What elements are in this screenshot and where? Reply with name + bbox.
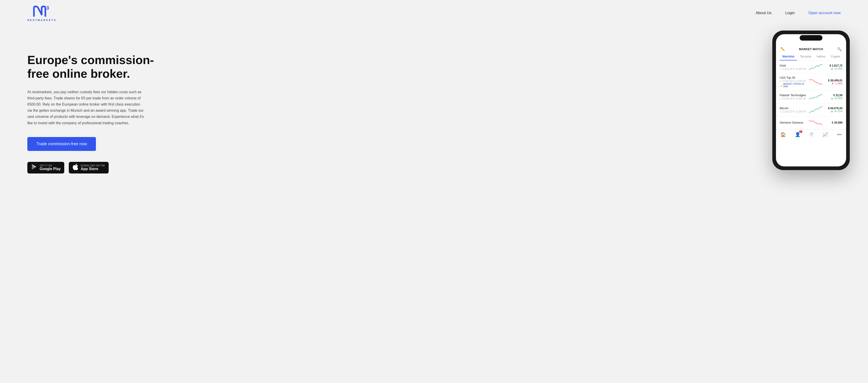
bitcoin-chart: [809, 106, 823, 114]
gold-chart: [809, 63, 823, 71]
usa30-info: USA Top 30 L: 11,531.22 H: 11,687.82 🌙 M…: [780, 76, 807, 88]
palantir-price: € 22,59 ▲ +0.25%: [824, 94, 842, 99]
google-play-icon: [31, 164, 37, 172]
clock-nav-icon[interactable]: ⏱: [809, 132, 814, 137]
hero-headline: Europe's commission-free online broker.: [27, 53, 164, 81]
chart-nav-icon[interactable]: 📈: [823, 132, 828, 137]
login-link[interactable]: Login: [785, 11, 795, 15]
usa30-market-hours: 🌙 MARKET OPENS AT 9AM: [780, 83, 807, 88]
app-tabs: Watchlist Top picks Indices Cryptos: [776, 53, 846, 61]
google-play-badge[interactable]: GET IT ON Google Play: [27, 162, 64, 174]
notification-badge: 3: [799, 130, 802, 133]
palantir-info: Palantir Technolgies L: 11,531.22 H: 11,…: [780, 93, 807, 100]
logo[interactable]: 3 NEXTMARKETS: [27, 5, 57, 22]
app-header: ✏️ MARKET WATCH 🔍: [776, 44, 846, 53]
phone-screen: ✏️ MARKET WATCH 🔍 Watchlist Top picks In…: [776, 34, 846, 167]
apple-icon: [72, 164, 79, 172]
usa30-name: USA Top 30: [780, 76, 807, 79]
market-row-bitcoin[interactable]: Bitcoin L: 11,531.22 H: 11,687.82 $ 66,0…: [776, 103, 846, 116]
hero-description: At nextmarkets, you pay neither custody …: [27, 89, 146, 126]
gold-info: Gold L: 11,531.22 H: 11,687.82: [780, 64, 807, 70]
main-nav: About Us Login Open account now: [756, 11, 841, 15]
logo-text: NEXTMARKETS: [27, 19, 57, 22]
home-nav-icon[interactable]: 🏠: [780, 132, 786, 137]
app-title: MARKET WATCH: [785, 48, 837, 51]
palantir-name: Palantir Technolgies: [780, 93, 807, 97]
tab-top-picks[interactable]: Top picks: [797, 53, 814, 60]
app-store-big: App Store: [81, 167, 105, 171]
google-play-text: GET IT ON Google Play: [40, 165, 61, 171]
app-store-badge[interactable]: Download on the App Store: [69, 162, 109, 174]
bitcoin-price: $ 66,076,50 ▲ +6.71%: [824, 107, 842, 113]
logo-icon: 3: [32, 5, 52, 18]
palantir-sub: L: 11,531.22 H: 11,687.82: [780, 97, 807, 100]
siemens-chart: [809, 119, 823, 127]
profile-nav-icon[interactable]: 👤 3: [795, 132, 801, 137]
bitcoin-sub: L: 11,531.22 H: 11,687.82: [780, 110, 807, 113]
main-content: Europe's commission-free online broker. …: [0, 26, 868, 382]
usa30-sub: L: 11,531.22 H: 11,687.82: [780, 80, 807, 82]
tab-watchlist[interactable]: Watchlist: [780, 53, 797, 60]
hero-left: Europe's commission-free online broker. …: [27, 40, 164, 174]
usa30-chart: [809, 78, 823, 86]
market-row-palantir[interactable]: Palantir Technolgies L: 11,531.22 H: 11,…: [776, 90, 846, 103]
search-icon[interactable]: 🔍: [837, 47, 842, 51]
app-store-small: Download on the: [81, 165, 105, 167]
usa30-price: $ 36,409,01 ▼ -1.39%: [824, 79, 842, 85]
gold-price: $ 1,917,72 ▲ +2.74%: [824, 64, 842, 70]
google-play-big: Google Play: [40, 167, 61, 171]
google-play-small: GET IT ON: [40, 165, 61, 167]
gold-sub: L: 11,531.22 H: 11,687.82: [780, 68, 807, 70]
about-us-link[interactable]: About Us: [756, 11, 772, 15]
app-content: ✏️ MARKET WATCH 🔍 Watchlist Top picks In…: [776, 34, 846, 141]
app-store-text: Download on the App Store: [81, 165, 105, 171]
siemens-info: Siemens Gamesa: [780, 121, 807, 125]
siemens-price: € 20,589: [824, 121, 842, 124]
siemens-name: Siemens Gamesa: [780, 121, 807, 124]
phone-frame: ✏️ MARKET WATCH 🔍 Watchlist Top picks In…: [772, 31, 850, 170]
store-badges: GET IT ON Google Play Download on the Ap…: [27, 162, 164, 174]
more-nav-icon[interactable]: •••: [837, 132, 842, 137]
bitcoin-name: Bitcoin: [780, 107, 807, 110]
palantir-chart: [809, 93, 823, 101]
bitcoin-info: Bitcoin L: 11,531.22 H: 11,687.82: [780, 107, 807, 113]
phone-notch: [800, 35, 823, 40]
cta-button[interactable]: Trade commission-free now: [27, 137, 96, 151]
market-row-usa30[interactable]: USA Top 30 L: 11,531.22 H: 11,687.82 🌙 M…: [776, 73, 846, 90]
edit-icon[interactable]: ✏️: [780, 47, 785, 51]
app-bottom-nav: 🏠 👤 3 ⏱ 📈 •••: [776, 129, 846, 141]
market-row-gold[interactable]: Gold L: 11,531.22 H: 11,687.82 $ 1,917,7…: [776, 61, 846, 73]
market-row-siemens[interactable]: Siemens Gamesa € 20,589: [776, 116, 846, 129]
open-account-link[interactable]: Open account now: [808, 11, 841, 15]
tab-indices[interactable]: Indices: [814, 53, 828, 60]
svg-text:3: 3: [46, 5, 49, 11]
phone-mockup: ✏️ MARKET WATCH 🔍 Watchlist Top picks In…: [772, 31, 850, 170]
tab-cryptos[interactable]: Cryptos: [828, 53, 843, 60]
gold-name: Gold: [780, 64, 807, 67]
header: 3 NEXTMARKETS About Us Login Open accoun…: [0, 0, 868, 26]
